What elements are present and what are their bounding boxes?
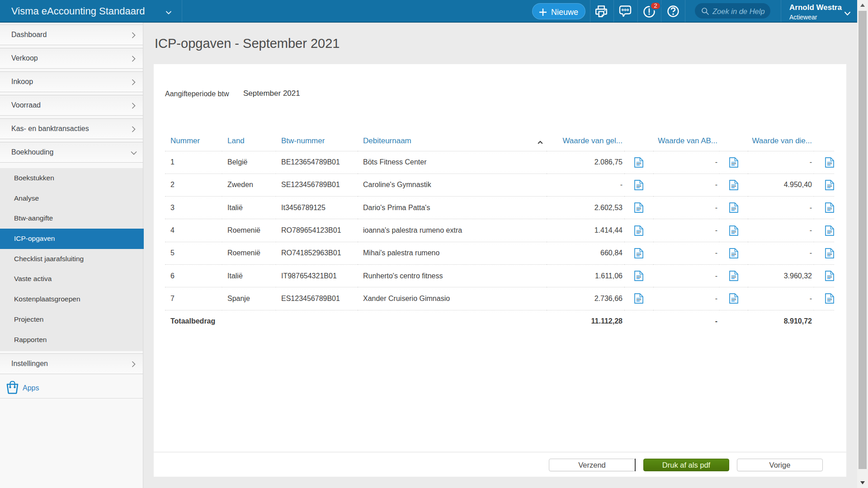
sidebar-item-voorraad[interactable]: Voorraad (0, 95, 143, 116)
cell-waarde-die: 3.960,32 (748, 264, 814, 287)
sidebar-item-inkoop[interactable]: Inkoop (0, 71, 143, 92)
sidebar: Dashboard Verkoop Inkoop Voorraad Kas- e… (0, 23, 143, 488)
table-total-row: Totaalbedrag 11.112,28 - 8.910,72 (165, 310, 834, 333)
druk-af-als-pdf-button[interactable]: Druk af als pdf (643, 459, 729, 471)
document-icon[interactable] (814, 174, 834, 196)
document-icon[interactable] (624, 287, 653, 310)
document-icon[interactable] (814, 242, 834, 264)
document-icon[interactable] (719, 219, 748, 242)
help-icon[interactable] (666, 5, 680, 18)
cell-waarde-gel: 2.736,66 (547, 287, 624, 310)
column-header-spacer (719, 134, 748, 151)
submenu-item-projecten[interactable]: Projecten (0, 310, 143, 330)
document-icon[interactable] (624, 174, 653, 196)
document-icon[interactable] (719, 264, 748, 287)
cell-nummer: 6 (165, 264, 222, 287)
table-header-row: Nummer Land Btw-nummer Debiteurnaam Waar… (165, 134, 834, 151)
cell-waarde-ab: - (653, 287, 719, 310)
cell-nummer: 7 (165, 287, 222, 310)
document-icon[interactable] (814, 287, 834, 310)
document-icon[interactable] (719, 242, 748, 264)
document-icon[interactable] (624, 242, 653, 264)
column-header-nummer[interactable]: Nummer (165, 134, 222, 151)
submenu-item-boekstukken[interactable]: Boekstukken (0, 168, 143, 188)
topbar-divider (613, 0, 614, 22)
column-header-spacer (814, 134, 834, 151)
table-row[interactable]: 1 België BE123654789B01 Böts Fitness Cen… (165, 151, 834, 174)
sidebar-item-kas-en-banktransacties[interactable]: Kas- en banktransacties (0, 118, 143, 139)
sidebar-item-boekhouding[interactable]: Boekhouding (0, 142, 143, 163)
cell-debiteurnaam: Mihai's palestra rumeno (358, 242, 547, 264)
submenu-item-kostenplaatsgroepen[interactable]: Kostenplaatsgroepen (0, 289, 143, 310)
table-row[interactable]: 7 Spanje ES123456789B01 Xander Cruiserio… (165, 287, 834, 310)
submenu-item-checklist-jaarafsluiting[interactable]: Checklist jaarafsluiting (0, 249, 143, 269)
table-row[interactable]: 3 Italië It3456789125 Dario's Prima Patt… (165, 197, 834, 219)
chevron-right-icon (132, 126, 136, 132)
document-icon[interactable] (719, 287, 748, 310)
document-icon[interactable] (814, 264, 834, 287)
total-waarde-die: 8.910,72 (748, 310, 814, 333)
cell-btw-nummer: It3456789125 (276, 197, 358, 219)
verzend-button[interactable]: Verzend (549, 459, 635, 471)
column-header-waarde-die[interactable]: Waarde van die... (748, 134, 814, 151)
column-header-btw-nummer[interactable]: Btw-nummer (276, 134, 358, 151)
submenu-item-vaste-activa[interactable]: Vaste activa (0, 269, 143, 289)
product-switcher-chevron-icon[interactable] (165, 9, 172, 17)
scroll-down-icon[interactable] (860, 481, 865, 484)
print-icon[interactable] (594, 5, 608, 18)
document-icon[interactable] (624, 151, 653, 174)
document-icon[interactable] (719, 151, 748, 174)
document-icon[interactable] (814, 197, 834, 219)
chat-icon[interactable] (618, 5, 632, 18)
column-header-waarde-ab[interactable]: Waarde van AB... (653, 134, 719, 151)
document-icon[interactable] (624, 219, 653, 242)
vertical-scrollbar[interactable] (857, 0, 868, 488)
sidebar-item-instellingen[interactable]: Instellingen (0, 353, 143, 374)
submenu-item-btw-aangifte[interactable]: Btw-aangifte (0, 208, 143, 229)
scroll-up-icon[interactable] (860, 4, 865, 7)
cell-waarde-ab: - (653, 242, 719, 264)
table-row[interactable]: 4 Roemenië RO789654123B01 ioanna's pales… (165, 219, 834, 242)
cell-waarde-gel: 1.414,44 (547, 219, 624, 242)
column-header-waarde-gel[interactable]: Waarde van gel... (547, 134, 624, 151)
document-icon[interactable] (719, 197, 748, 219)
topbar-divider (590, 0, 590, 22)
total-waarde-ab: - (653, 310, 719, 333)
table-row[interactable]: 2 Zweden SE123456789B01 Caroline's Gymna… (165, 174, 834, 196)
submenu-item-analyse[interactable]: Analyse (0, 188, 143, 209)
cell-waarde-ab: - (653, 151, 719, 174)
sidebar-item-apps[interactable]: Apps (0, 375, 143, 399)
scrollbar-thumb[interactable] (859, 11, 867, 469)
cell-btw-nummer: ES123456789B01 (276, 287, 358, 310)
document-icon[interactable] (814, 219, 834, 242)
table-row[interactable]: 6 Italië IT987654321B01 Runherto's centr… (165, 264, 834, 287)
shopping-bag-icon (6, 380, 19, 396)
column-header-land[interactable]: Land (222, 134, 276, 151)
column-header-debiteurnaam[interactable]: Debiteurnaam (358, 134, 547, 151)
sidebar-item-verkoop[interactable]: Verkoop (0, 48, 143, 69)
new-button[interactable]: Nieuwe (532, 3, 585, 19)
sidebar-item-dashboard[interactable]: Dashboard (0, 24, 143, 45)
submenu-item-icp-opgaven[interactable]: ICP-opgaven (0, 229, 144, 249)
submenu-item-rapporten[interactable]: Rapporten (0, 330, 143, 350)
cell-land: Italië (222, 197, 276, 219)
cell-debiteurnaam: ioanna's palestra rumeno extra (358, 219, 547, 242)
topbar-divider (661, 0, 661, 22)
plus-icon (539, 8, 547, 16)
cell-nummer: 3 (165, 197, 222, 219)
document-icon[interactable] (814, 151, 834, 174)
vorige-button[interactable]: Vorige (737, 459, 823, 471)
chevron-right-icon (132, 79, 136, 85)
document-icon[interactable] (624, 264, 653, 287)
document-icon[interactable] (624, 197, 653, 219)
user-name[interactable]: Arnold Westra (789, 3, 842, 12)
table-row[interactable]: 5 Roemenië RO741852963B01 Mihai's palest… (165, 242, 834, 264)
cell-btw-nummer: BE123654789B01 (276, 151, 358, 174)
help-search-input[interactable]: Zoek in de Help (695, 3, 770, 19)
document-icon[interactable] (719, 174, 748, 196)
user-menu-chevron-icon[interactable] (844, 9, 851, 18)
total-label: Totaalbedrag (165, 310, 547, 333)
search-placeholder: Zoek in de Help (712, 7, 765, 16)
cell-nummer: 1 (165, 151, 222, 174)
topbar-divider (637, 0, 638, 22)
